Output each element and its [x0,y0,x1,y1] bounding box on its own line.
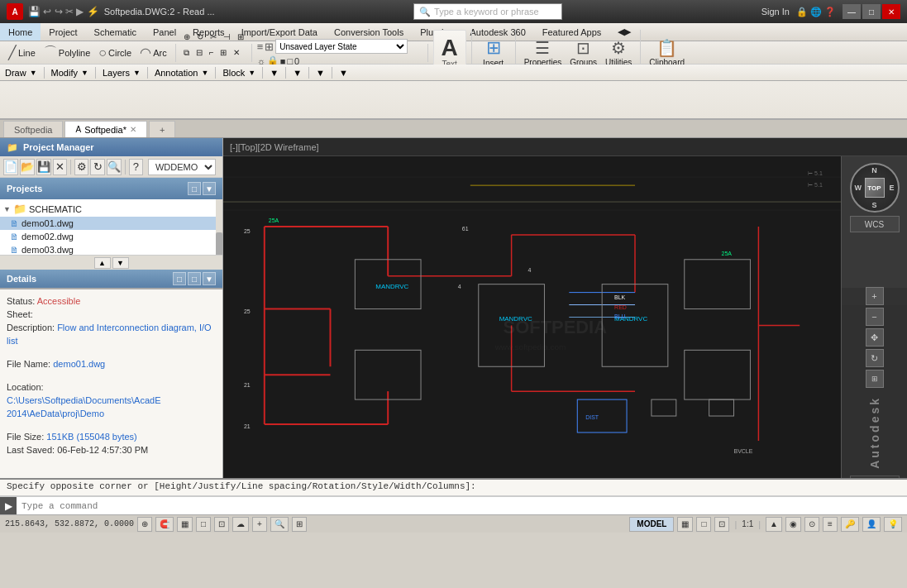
zoom-out-btn[interactable]: − [866,308,884,326]
annotation-dropdown[interactable]: Annotation ▼ [155,68,209,78]
ribbon-btn-arc[interactable]: ◠ Arc [136,43,170,62]
pm-btn-open[interactable]: 📂 [20,159,35,175]
btn-extend[interactable]: ⊣ [221,30,233,45]
modify-dropdown[interactable]: Modify ▼ [51,68,88,78]
menu-conversion-tools[interactable]: Conversion Tools [326,23,412,41]
tree-root-label: SCHEMATIC [29,204,82,214]
status-ucs-btn[interactable]: ⊕ [137,517,152,532]
views-btn[interactable]: ⊞ [866,370,884,388]
document-tabs: Softpedia A Softpedia* ✕ + [0,120,907,138]
scroll-up-btn[interactable]: ▲ [94,257,111,269]
drawing-canvas[interactable]: MANDRVC MANDRVC MANDRVC 25A 25A BLK RED … [223,156,907,478]
details-controls: □ □ ▼ [173,272,216,285]
sign-in-btn[interactable]: Sign In [761,7,790,17]
btn-mirror[interactable]: ⊟ [193,45,205,60]
pm-btn-refresh[interactable]: ↻ [90,159,104,175]
tree-item-demo01[interactable]: 🗎 demo01.dwg [0,217,222,230]
project-tree[interactable]: ▼ 📁 SCHEMATIC 🗎 demo01.dwg 🗎 demo02.dwg … [0,199,222,255]
pm-project-select[interactable]: WDDEMO [148,159,216,175]
layer-select[interactable]: Unsaved Layer State [275,39,408,54]
layers-label: Layers [103,68,130,78]
scroll-down-btn[interactable]: ▼ [112,257,129,269]
menu-home[interactable]: Home [0,23,41,41]
doc-tab-softpedia-active[interactable]: A Softpedia* ✕ [64,121,146,137]
svg-text:21: 21 [244,423,251,429]
btn-fillet[interactable]: ⌐ [207,45,217,60]
pm-btn-find[interactable]: 🔍 [107,159,122,175]
minimize-btn[interactable]: — [843,4,861,19]
doc-tab-close[interactable]: ✕ [130,125,136,134]
btn-move[interactable]: ⊕ [181,30,193,45]
zoom-in-btn[interactable]: + [866,287,884,305]
btn-trim[interactable]: ✂ [208,30,219,45]
details-collapse[interactable]: ▼ [203,272,216,285]
menu-schematic[interactable]: Schematic [86,23,145,41]
ws-btn[interactable]: ◉ [785,517,801,532]
pm-collapse-btn[interactable]: □ [188,182,201,195]
quick-access-toolbar[interactable]: 💾 ↩ ↪ ✂ ▶ ⚡ [28,6,99,17]
details-btn-2[interactable]: □ [188,272,201,285]
status-grid-btn[interactable]: ▦ [177,517,193,532]
status-polar-btn[interactable]: ⊡ [214,517,229,532]
layout1-btn[interactable]: ▦ [677,517,693,532]
menu-project[interactable]: Project [41,23,85,41]
tree-item-demo02[interactable]: 🗎 demo02.dwg [0,230,222,243]
svg-text:DIST: DIST [585,414,599,420]
command-prompt[interactable]: ▶ [0,497,17,514]
wcs-btn[interactable]: WCS [850,216,900,232]
utilities-icon: ⚙ [611,38,626,58]
ribbon-btn-polyline[interactable]: ⌒ Polyline [41,42,94,63]
tree-scrollbar[interactable] [216,199,222,255]
light-icon-btn[interactable]: 💡 [884,517,902,532]
svg-text:25: 25 [244,308,251,314]
doc-tab-softpedia[interactable]: Softpedia [3,121,63,137]
pm-btn-new[interactable]: 📄 [3,159,18,175]
pm-btn-info[interactable]: ? [129,159,143,175]
command-input[interactable] [17,497,907,514]
lock-ui-btn[interactable]: ⊙ [804,517,819,532]
annotation-label: Annotation [155,68,198,78]
layout3-btn[interactable]: ⊡ [714,517,729,532]
layout2-btn[interactable]: □ [696,517,711,532]
status-zoom-btn[interactable]: 🔍 [270,517,289,532]
tree-item-demo03[interactable]: 🗎 demo03.dwg [0,243,222,255]
orbit-btn[interactable]: ↻ [866,349,884,367]
menu-import-export[interactable]: Import/Export Data [233,23,326,41]
draw-dropdown[interactable]: Draw ▼ [5,68,37,78]
btn-match[interactable]: ⊞ [235,30,246,45]
btn-rotate[interactable]: ↻ [194,30,206,45]
ribbon-btn-circle[interactable]: ○ Circle [95,44,135,62]
tree-root[interactable]: ▼ 📁 SCHEMATIC [0,201,222,217]
status-lineweight-btn[interactable]: ⊞ [292,517,307,532]
pm-expand-btn[interactable]: ▼ [203,182,216,195]
svg-text:61: 61 [462,226,469,232]
btn-erase[interactable]: ✕ [231,45,242,60]
detail-status: Status: Accessible [7,294,216,308]
ribbon-btn-line[interactable]: ╱ Line [5,43,39,62]
key-icon-btn[interactable]: 🔑 [841,517,859,532]
details-btn-1[interactable]: □ [173,272,186,285]
pm-btn-settings[interactable]: ⚙ [74,159,88,175]
btn-copy[interactable]: ⧉ [181,45,192,60]
annotation-scale-btn[interactable]: ▲ [766,517,782,532]
layers-dropdown[interactable]: Layers ▼ [103,68,141,78]
user-icon-btn[interactable]: 👤 [862,517,881,532]
pan-btn[interactable]: ✥ [866,328,884,347]
command-area: Specify opposite corner or [Height/Justi… [0,478,907,514]
block-dropdown[interactable]: Block ▼ [222,68,255,78]
menu-panel[interactable]: Panel [145,23,184,41]
search-box[interactable]: 🔍 Type a keyword or phrase [413,3,562,20]
settings-btn[interactable]: ≡ [823,517,838,532]
btn-array[interactable]: ⊞ [217,45,229,60]
pm-btn-save[interactable]: 💾 [36,159,51,175]
model-btn[interactable]: MODEL [629,517,674,532]
pm-btn-close[interactable]: ✕ [53,159,67,175]
status-osnap-btn[interactable]: ☁ [232,517,249,532]
compass[interactable]: N S E W TOP [850,163,900,213]
status-otrack-btn[interactable]: + [252,517,267,532]
maximize-btn[interactable]: □ [862,4,881,19]
status-snap-btn[interactable]: 🧲 [155,517,174,532]
doc-tab-new[interactable]: + [149,121,175,137]
status-ortho-btn[interactable]: □ [196,517,211,532]
close-btn[interactable]: ✕ [882,4,900,19]
